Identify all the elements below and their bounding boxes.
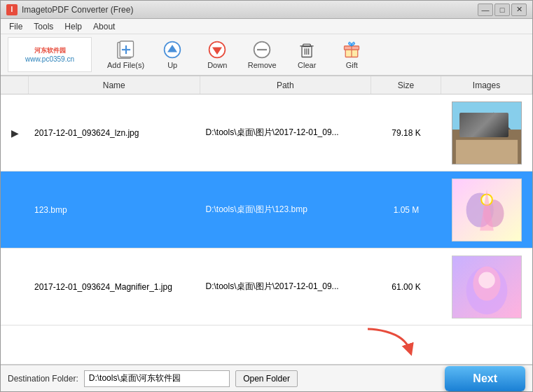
row-name: 2017-12-01_093624_Magnifier_1.jpg <box>29 248 200 325</box>
gift-label: Gift <box>346 61 358 69</box>
up-icon <box>162 40 183 59</box>
thumbnail <box>452 102 522 164</box>
col-name: Name <box>29 76 200 94</box>
row-path: D:\tools\桌面\图片\123.bmp <box>200 172 372 248</box>
thumbnail <box>452 178 522 241</box>
row-indicator <box>1 248 29 325</box>
remove-button[interactable]: Remove <box>241 37 283 72</box>
add-files-button[interactable]: Add File(s) <box>103 37 148 72</box>
up-button[interactable]: Up <box>151 37 193 72</box>
remove-icon <box>251 40 272 59</box>
table-header: Name Path Size Images <box>1 76 532 94</box>
menu-tools[interactable]: Tools <box>28 20 59 33</box>
svg-marker-21 <box>463 115 490 130</box>
row-indicator: ▶ <box>1 94 29 171</box>
clear-button[interactable]: Clear <box>286 37 328 72</box>
row-image <box>441 94 532 171</box>
row-name: 123.bmp <box>29 172 200 248</box>
title-bar: I ImagetoPDF Converter (Free) — □ ✕ <box>1 1 532 19</box>
next-section: Next <box>445 366 525 391</box>
row-path: D:\tools\桌面\图片\2017-12-01_09... <box>200 94 372 171</box>
svg-marker-22 <box>476 112 511 130</box>
row-size: 61.00 K <box>371 248 441 325</box>
gift-button[interactable]: Gift <box>331 37 373 72</box>
thumbnail <box>452 255 522 318</box>
table-row[interactable]: ▶ 2017-12-01_093624_lzn.jpg D:\tools\桌面\… <box>1 94 532 172</box>
table-row[interactable]: 123.bmp D:\tools\桌面\图片\123.bmp 1.05 M <box>1 172 532 248</box>
destination-label: Destination Folder: <box>8 374 78 384</box>
add-files-label: Add File(s) <box>107 61 144 69</box>
remove-label: Remove <box>248 61 277 69</box>
bottom-bar: Destination Folder: Open Folder Next <box>1 365 532 391</box>
app-icon: I <box>6 4 18 15</box>
row-image <box>441 172 532 248</box>
row-image <box>441 248 532 325</box>
row-name: 2017-12-01_093624_lzn.jpg <box>29 94 200 171</box>
row-path: D:\tools\桌面\图片\2017-12-01_09... <box>200 248 372 325</box>
svg-point-32 <box>478 272 495 288</box>
svg-rect-23 <box>456 139 518 163</box>
row-indicator <box>1 172 29 248</box>
table-row[interactable]: 2017-12-01_093624_Magnifier_1.jpg D:\too… <box>1 248 532 326</box>
file-table: Name Path Size Images ▶ 2017-12-01_09362… <box>1 76 532 365</box>
gift-icon <box>341 40 362 59</box>
logo-area: 河东软件园 www.pc0359.cn <box>8 37 92 72</box>
down-icon <box>207 40 228 59</box>
col-size: Size <box>371 76 441 94</box>
row-size: 1.05 M <box>371 172 441 248</box>
menu-help[interactable]: Help <box>59 20 88 33</box>
main-window: I ImagetoPDF Converter (Free) — □ ✕ File… <box>0 0 533 392</box>
logo-url: www.pc0359.cn <box>25 55 74 63</box>
clear-icon <box>296 40 317 59</box>
col-path: Path <box>200 76 372 94</box>
down-button[interactable]: Down <box>196 37 238 72</box>
row-size: 79.18 K <box>371 94 441 171</box>
next-button[interactable]: Next <box>445 366 525 391</box>
logo-text: 河东软件园 <box>34 46 66 55</box>
menu-file[interactable]: File <box>4 20 28 33</box>
toolbar: 河东软件园 www.pc0359.cn Add File(s) <box>1 34 532 76</box>
menu-bar: File Tools Help About <box>1 19 532 34</box>
col-indicator <box>1 76 29 94</box>
minimize-button[interactable]: — <box>478 4 493 16</box>
clear-label: Clear <box>298 61 316 69</box>
up-label: Up <box>167 61 177 69</box>
maximize-button[interactable]: □ <box>494 4 510 16</box>
window-title: ImagetoPDF Converter (Free) <box>22 5 478 15</box>
add-files-icon <box>116 40 137 59</box>
close-button[interactable]: ✕ <box>511 4 527 16</box>
col-images: Images <box>441 76 532 94</box>
down-label: Down <box>207 61 227 69</box>
window-controls: — □ ✕ <box>478 4 527 16</box>
menu-about[interactable]: About <box>88 20 120 33</box>
open-folder-button[interactable]: Open Folder <box>235 370 298 387</box>
table-body: ▶ 2017-12-01_093624_lzn.jpg D:\tools\桌面\… <box>1 94 532 364</box>
destination-input[interactable] <box>84 370 230 387</box>
